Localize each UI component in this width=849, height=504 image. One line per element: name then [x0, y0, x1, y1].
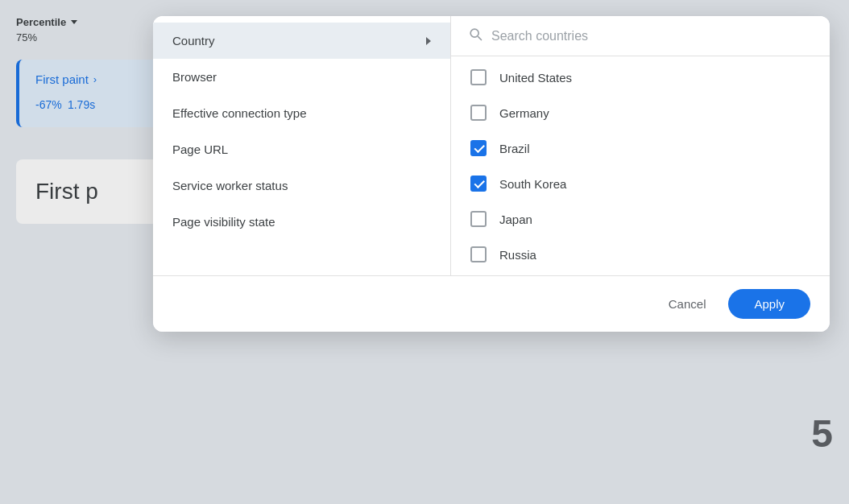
- search-input[interactable]: [491, 29, 814, 43]
- filter-item-service-worker-label: Service worker status: [172, 179, 288, 192]
- checkbox-us[interactable]: [470, 69, 487, 85]
- chevron-right-icon: [426, 37, 431, 45]
- filter-item-connection[interactable]: Effective connection type: [153, 95, 450, 131]
- filter-item-service-worker[interactable]: Service worker status: [153, 167, 450, 204]
- checkbox-japan[interactable]: [470, 211, 487, 227]
- country-name-germany: Germany: [499, 106, 549, 120]
- country-name-russia: Russia: [499, 248, 536, 262]
- country-item-brazil[interactable]: Brazil: [451, 130, 830, 166]
- filter-dialog: Country Browser Effective connection typ…: [153, 16, 830, 332]
- filter-item-country[interactable]: Country: [153, 23, 450, 59]
- checkbox-germany[interactable]: [470, 105, 487, 121]
- filter-item-page-url-label: Page URL: [172, 143, 228, 156]
- checkbox-russia[interactable]: [470, 246, 487, 262]
- filter-item-country-label: Country: [172, 34, 215, 48]
- country-panel: United States Germany Brazil South Korea: [451, 16, 830, 275]
- filter-item-browser[interactable]: Browser: [153, 59, 450, 95]
- filter-item-page-url[interactable]: Page URL: [153, 131, 450, 167]
- country-item-us[interactable]: United States: [451, 60, 830, 95]
- checkbox-brazil[interactable]: [470, 140, 487, 156]
- country-item-south-korea[interactable]: South Korea: [451, 166, 830, 201]
- country-item-germany[interactable]: Germany: [451, 95, 830, 130]
- country-name-japan: Japan: [499, 213, 532, 226]
- country-item-japan[interactable]: Japan: [451, 201, 830, 237]
- search-icon: [467, 26, 483, 46]
- country-name-us: United States: [499, 71, 572, 85]
- apply-button[interactable]: Apply: [728, 289, 810, 319]
- filter-item-connection-label: Effective connection type: [172, 106, 307, 120]
- filter-item-page-visibility-label: Page visibility state: [172, 215, 275, 229]
- country-list: United States Germany Brazil South Korea: [451, 56, 830, 275]
- country-name-brazil: Brazil: [499, 142, 530, 155]
- filter-item-browser-label: Browser: [172, 70, 217, 84]
- dialog-footer: Cancel Apply: [153, 275, 830, 332]
- country-item-russia[interactable]: Russia: [451, 237, 830, 272]
- checkbox-south-korea[interactable]: [470, 176, 487, 192]
- filter-item-page-visibility[interactable]: Page visibility state: [153, 204, 450, 240]
- country-name-south-korea: South Korea: [499, 177, 566, 191]
- dialog-body: Country Browser Effective connection typ…: [153, 16, 830, 275]
- search-bar: [451, 16, 830, 56]
- cancel-button[interactable]: Cancel: [656, 289, 719, 319]
- filter-list: Country Browser Effective connection typ…: [153, 16, 451, 275]
